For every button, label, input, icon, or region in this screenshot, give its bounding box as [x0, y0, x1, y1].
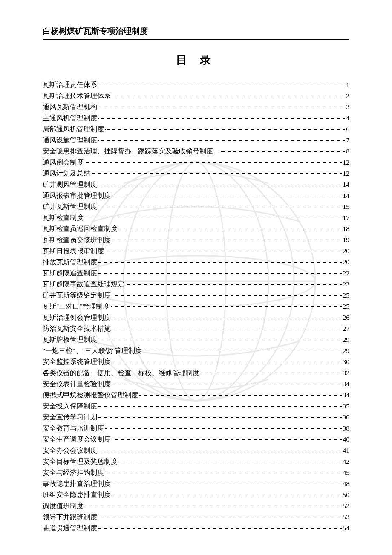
toc-leader-dots	[105, 251, 342, 251]
toc-leader-dots	[98, 273, 342, 274]
toc-item-label: 安全办公会议制度	[43, 445, 97, 456]
toc-item-page: 42	[343, 456, 350, 467]
toc-item[interactable]: 局部通风机管理制度6	[43, 124, 349, 135]
toc-leader-dots	[112, 362, 342, 362]
toc-item-page: 12	[343, 168, 350, 179]
toc-item-label: 瓦斯治理技术管理体系	[43, 90, 111, 101]
toc-item-label: 瓦斯牌板管理制度	[43, 334, 97, 345]
toc-leader-dots	[139, 395, 342, 396]
toc-item[interactable]: 安全教育与培训制度38	[43, 423, 349, 434]
toc-item[interactable]: 防治瓦斯安全技术措施27	[43, 323, 349, 334]
toc-item[interactable]: 主通风机管理制度4	[43, 113, 349, 124]
toc-item-page: 34	[343, 390, 350, 401]
toc-item-label: 瓦斯"三对口"管理制度	[43, 301, 110, 312]
toc-item-label: 矿井测风管理制度	[43, 179, 97, 190]
toc-item[interactable]: 各类仪器的配备、使用、检查、标校、维修管理制度32	[43, 367, 349, 379]
toc-item[interactable]: 安全仪表计量检验制度34	[43, 379, 349, 390]
toc-item[interactable]: 矿井瓦斯等级鉴定制度25	[43, 290, 349, 301]
toc-leader-dots	[221, 151, 345, 152]
toc-item-label: 通风设施管理制度	[43, 135, 97, 146]
toc-item-label: 瓦斯日报表报审制度	[43, 246, 104, 257]
toc-leader-dots	[98, 340, 342, 340]
toc-item[interactable]: 瓦斯检查员交接班制度19	[43, 234, 349, 246]
toc-item[interactable]: 通风例会制度12	[43, 157, 349, 168]
toc-item-label: 安全教育与培训制度	[43, 423, 104, 434]
toc-leader-dots	[98, 451, 342, 451]
toc-item-page: 18	[343, 223, 350, 234]
toc-leader-dots	[105, 129, 345, 130]
toc-item[interactable]: 瓦斯治理技术管理体系2	[43, 90, 349, 101]
toc-item[interactable]: 通风报表审批管理制度14	[43, 190, 349, 201]
toc-item[interactable]: 矿井瓦斯管理制度15	[43, 201, 349, 212]
toc-item[interactable]: 安全投入保障制度35	[43, 401, 349, 412]
toc-leader-dots	[105, 473, 342, 473]
toc-item-label: 排放瓦斯管理制度	[43, 257, 97, 268]
toc-item-label: 瓦斯检查员交接班制度	[43, 234, 111, 246]
toc-item[interactable]: 安全与经济挂钩制度45	[43, 467, 349, 478]
toc-item-page: 12	[343, 157, 350, 168]
toc-item[interactable]: 事故隐患排查治理制度48	[43, 478, 349, 489]
toc-item-page: 32	[343, 367, 350, 379]
toc-item[interactable]: 安全隐患排查治理、挂牌督办、跟踪落实及验收销号制度 8	[43, 146, 349, 157]
toc-item-page: 29	[343, 334, 350, 345]
toc-item-label: 通风瓦斯管理机构	[43, 101, 97, 113]
toc-item[interactable]: 安全办公会议制度41	[43, 445, 349, 456]
toc-item[interactable]: 安全宣传学习计划36	[43, 412, 349, 423]
toc-leader-dots	[98, 107, 345, 107]
toc-item-label: 瓦斯超限事故追查处理规定	[43, 279, 124, 290]
toc-leader-dots	[85, 162, 342, 163]
toc-leader-dots	[126, 284, 342, 285]
toc-item[interactable]: 安全目标管理及奖惩制度42	[43, 456, 349, 467]
toc-item[interactable]: 安全生产调度会议制度40	[43, 434, 349, 445]
toc-leader-dots	[112, 318, 342, 318]
toc-item-page: 6	[346, 124, 349, 135]
toc-item[interactable]: 巷道贯通管理制度54	[43, 523, 349, 534]
toc-item-page: 7	[346, 135, 349, 146]
toc-item[interactable]: 通风设施管理制度7	[43, 135, 349, 146]
toc-item-label: 瓦斯治理责任体系	[43, 79, 97, 90]
toc-leader-dots	[119, 462, 342, 462]
toc-item[interactable]: 瓦斯检查员巡回检查制度18	[43, 223, 349, 234]
toc-item-page: 3	[346, 101, 349, 113]
toc-item-page: 29	[343, 345, 350, 356]
toc-item[interactable]: 通风计划及总结12	[43, 168, 349, 179]
toc-item-page: 4	[346, 113, 349, 124]
toc-item[interactable]: 瓦斯超限事故追查处理规定23	[43, 279, 349, 290]
toc-item[interactable]: 排放瓦斯管理制度20	[43, 257, 349, 268]
toc-item[interactable]: 瓦斯检查制度17	[43, 212, 349, 223]
toc-item[interactable]: 调度值班制度52	[43, 500, 349, 512]
toc-item-page: 26	[343, 312, 350, 323]
toc-item[interactable]: 班组安全隐患排查制度50	[43, 489, 349, 500]
toc-item-label: 安全仪表计量检验制度	[43, 379, 111, 390]
toc-item[interactable]: 通风瓦斯管理机构3	[43, 101, 349, 113]
toc-item[interactable]: "一炮三检"、"三人联锁"管理制度29	[43, 345, 349, 356]
toc-item-page: 45	[343, 467, 350, 478]
toc-item-page: 8	[346, 146, 349, 157]
toc-item[interactable]: 瓦斯超限追查制度22	[43, 268, 349, 279]
toc-item-label: 安全监控系统管理制度	[43, 356, 111, 367]
toc-item[interactable]: 矿井测风管理制度14	[43, 179, 349, 190]
toc-item-page: 20	[343, 246, 350, 257]
toc-item-label: 巷道贯通管理制度	[43, 523, 97, 534]
toc-item[interactable]: 瓦斯日报表报审制度20	[43, 246, 349, 257]
toc-item-page: 52	[343, 500, 350, 512]
toc-item-label: "一炮三检"、"三人联锁"管理制度	[43, 345, 142, 356]
toc-item-label: 主通风机管理制度	[43, 113, 97, 124]
toc-item[interactable]: 瓦斯牌板管理制度29	[43, 334, 349, 345]
toc-leader-dots	[98, 528, 342, 529]
toc-item[interactable]: 瓦斯"三对口"管理制度25	[43, 301, 349, 312]
toc-item-page: 14	[343, 179, 350, 190]
toc-item[interactable]: 安全监控系统管理制度30	[43, 356, 349, 367]
toc-item-page: 48	[343, 478, 350, 489]
toc-item-page: 14	[343, 190, 350, 201]
toc-item[interactable]: 便携式甲烷检测报警仪管理制度34	[43, 390, 349, 401]
toc-item[interactable]: 领导下井跟班制度53	[43, 512, 349, 523]
toc-item[interactable]: 瓦斯治理责任体系1	[43, 79, 349, 90]
toc-item[interactable]: 瓦斯治理例会管理制度26	[43, 312, 349, 323]
toc-item-label: 瓦斯超限追查制度	[43, 268, 97, 279]
toc-item-label: 瓦斯检查员巡回检查制度	[43, 223, 118, 234]
toc-item-page: 36	[343, 412, 350, 423]
toc-leader-dots	[98, 517, 342, 517]
toc-item-label: 事故隐患排查治理制度	[43, 478, 111, 489]
toc-leader-dots	[111, 306, 342, 307]
